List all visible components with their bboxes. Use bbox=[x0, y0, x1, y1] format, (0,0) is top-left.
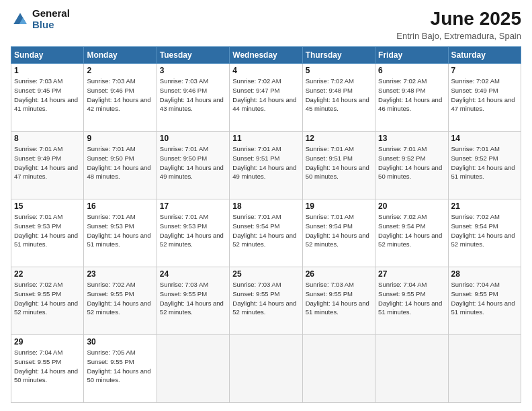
cell-info: Sunrise: 7:01 AMSunset: 9:53 PMDaylight:… bbox=[14, 212, 81, 249]
calendar-cell: 27Sunrise: 7:04 AMSunset: 9:55 PMDayligh… bbox=[375, 267, 448, 335]
calendar-table: Sunday Monday Tuesday Wednesday Thursday… bbox=[11, 46, 521, 403]
month-title: June 2025 bbox=[396, 8, 521, 30]
calendar-cell: 20Sunrise: 7:02 AMSunset: 9:54 PMDayligh… bbox=[375, 199, 448, 267]
cell-info: Sunrise: 7:01 AMSunset: 9:50 PMDaylight:… bbox=[160, 144, 226, 181]
cell-info: Sunrise: 7:01 AMSunset: 9:54 PMDaylight:… bbox=[232, 212, 299, 249]
cell-info: Sunrise: 7:02 AMSunset: 9:54 PMDaylight:… bbox=[378, 212, 445, 249]
calendar-cell: 26Sunrise: 7:03 AMSunset: 9:55 PMDayligh… bbox=[302, 267, 375, 335]
day-number: 18 bbox=[232, 201, 299, 211]
calendar-week-row: 1Sunrise: 7:03 AMSunset: 9:45 PMDaylight… bbox=[11, 64, 521, 132]
cell-info: Sunrise: 7:01 AMSunset: 9:53 PMDaylight:… bbox=[87, 212, 153, 249]
day-number: 15 bbox=[14, 201, 81, 211]
calendar-cell: 18Sunrise: 7:01 AMSunset: 9:54 PMDayligh… bbox=[230, 199, 302, 267]
calendar-cell bbox=[375, 335, 448, 403]
calendar-cell: 29Sunrise: 7:04 AMSunset: 9:55 PMDayligh… bbox=[11, 335, 84, 403]
logo-line1: General bbox=[32, 8, 70, 19]
day-number: 19 bbox=[306, 201, 372, 211]
calendar-cell: 9Sunrise: 7:01 AMSunset: 9:50 PMDaylight… bbox=[84, 132, 157, 199]
calendar-week-row: 15Sunrise: 7:01 AMSunset: 9:53 PMDayligh… bbox=[11, 199, 521, 267]
calendar-cell: 17Sunrise: 7:01 AMSunset: 9:53 PMDayligh… bbox=[157, 199, 229, 267]
calendar-cell: 10Sunrise: 7:01 AMSunset: 9:50 PMDayligh… bbox=[157, 132, 229, 199]
cell-info: Sunrise: 7:03 AMSunset: 9:55 PMDaylight:… bbox=[232, 280, 299, 317]
day-number: 4 bbox=[232, 66, 299, 75]
cell-info: Sunrise: 7:02 AMSunset: 9:54 PMDaylight:… bbox=[451, 212, 518, 249]
day-number: 5 bbox=[306, 66, 372, 75]
day-number: 29 bbox=[14, 337, 81, 347]
cell-info: Sunrise: 7:01 AMSunset: 9:50 PMDaylight:… bbox=[87, 144, 153, 181]
header-friday: Friday bbox=[375, 47, 448, 64]
calendar-cell: 11Sunrise: 7:01 AMSunset: 9:51 PMDayligh… bbox=[230, 132, 302, 199]
page: General Blue June 2025 Entrin Bajo, Extr… bbox=[0, 0, 532, 411]
calendar-cell: 14Sunrise: 7:01 AMSunset: 9:52 PMDayligh… bbox=[448, 132, 521, 199]
header-wednesday: Wednesday bbox=[230, 47, 302, 64]
header-thursday: Thursday bbox=[302, 47, 375, 64]
logo-icon bbox=[11, 10, 30, 29]
header-tuesday: Tuesday bbox=[157, 47, 229, 64]
cell-info: Sunrise: 7:01 AMSunset: 9:53 PMDaylight:… bbox=[160, 212, 226, 249]
day-number: 24 bbox=[160, 269, 226, 279]
day-number: 23 bbox=[87, 269, 153, 279]
day-number: 11 bbox=[232, 134, 299, 143]
header-monday: Monday bbox=[84, 47, 157, 64]
header: General Blue June 2025 Entrin Bajo, Extr… bbox=[11, 8, 521, 41]
calendar-cell: 23Sunrise: 7:02 AMSunset: 9:55 PMDayligh… bbox=[84, 267, 157, 335]
cell-info: Sunrise: 7:04 AMSunset: 9:55 PMDaylight:… bbox=[451, 280, 518, 317]
cell-info: Sunrise: 7:04 AMSunset: 9:55 PMDaylight:… bbox=[14, 348, 81, 385]
calendar-cell bbox=[157, 335, 229, 403]
calendar-week-row: 22Sunrise: 7:02 AMSunset: 9:55 PMDayligh… bbox=[11, 267, 521, 335]
cell-info: Sunrise: 7:01 AMSunset: 9:51 PMDaylight:… bbox=[306, 144, 372, 181]
cell-info: Sunrise: 7:03 AMSunset: 9:45 PMDaylight:… bbox=[14, 77, 81, 113]
day-number: 17 bbox=[160, 201, 226, 211]
day-number: 22 bbox=[14, 269, 81, 279]
cell-info: Sunrise: 7:03 AMSunset: 9:55 PMDaylight:… bbox=[160, 280, 226, 317]
day-number: 21 bbox=[451, 201, 518, 211]
calendar-cell: 1Sunrise: 7:03 AMSunset: 9:45 PMDaylight… bbox=[11, 64, 84, 132]
logo-line2: Blue bbox=[32, 19, 70, 31]
calendar-cell bbox=[448, 335, 521, 403]
day-number: 13 bbox=[378, 134, 445, 143]
day-number: 28 bbox=[451, 269, 518, 279]
day-number: 12 bbox=[306, 134, 372, 143]
day-number: 1 bbox=[14, 66, 81, 75]
day-number: 14 bbox=[451, 134, 518, 143]
calendar-cell: 12Sunrise: 7:01 AMSunset: 9:51 PMDayligh… bbox=[302, 132, 375, 199]
cell-info: Sunrise: 7:05 AMSunset: 9:55 PMDaylight:… bbox=[87, 348, 153, 385]
title-area: June 2025 Entrin Bajo, Extremadura, Spai… bbox=[396, 8, 521, 41]
cell-info: Sunrise: 7:02 AMSunset: 9:55 PMDaylight:… bbox=[14, 280, 81, 317]
day-number: 27 bbox=[378, 269, 445, 279]
calendar-cell: 5Sunrise: 7:02 AMSunset: 9:48 PMDaylight… bbox=[302, 64, 375, 132]
cell-info: Sunrise: 7:04 AMSunset: 9:55 PMDaylight:… bbox=[378, 280, 445, 317]
day-number: 3 bbox=[160, 66, 226, 75]
logo: General Blue bbox=[11, 8, 70, 30]
cell-info: Sunrise: 7:03 AMSunset: 9:55 PMDaylight:… bbox=[306, 280, 372, 317]
calendar-cell: 30Sunrise: 7:05 AMSunset: 9:55 PMDayligh… bbox=[84, 335, 157, 403]
day-number: 16 bbox=[87, 201, 153, 211]
day-number: 8 bbox=[14, 134, 81, 143]
calendar-cell: 22Sunrise: 7:02 AMSunset: 9:55 PMDayligh… bbox=[11, 267, 84, 335]
calendar-cell bbox=[302, 335, 375, 403]
day-number: 25 bbox=[232, 269, 299, 279]
calendar-cell bbox=[230, 335, 302, 403]
day-number: 26 bbox=[306, 269, 372, 279]
calendar-cell: 13Sunrise: 7:01 AMSunset: 9:52 PMDayligh… bbox=[375, 132, 448, 199]
calendar-cell: 16Sunrise: 7:01 AMSunset: 9:53 PMDayligh… bbox=[84, 199, 157, 267]
header-sunday: Sunday bbox=[11, 47, 84, 64]
calendar-cell: 4Sunrise: 7:02 AMSunset: 9:47 PMDaylight… bbox=[230, 64, 302, 132]
calendar-cell: 21Sunrise: 7:02 AMSunset: 9:54 PMDayligh… bbox=[448, 199, 521, 267]
calendar-cell: 19Sunrise: 7:01 AMSunset: 9:54 PMDayligh… bbox=[302, 199, 375, 267]
logo-text: General Blue bbox=[32, 8, 70, 30]
calendar-cell: 28Sunrise: 7:04 AMSunset: 9:55 PMDayligh… bbox=[448, 267, 521, 335]
day-number: 9 bbox=[87, 134, 153, 143]
day-number: 20 bbox=[378, 201, 445, 211]
calendar-week-row: 29Sunrise: 7:04 AMSunset: 9:55 PMDayligh… bbox=[11, 335, 521, 403]
cell-info: Sunrise: 7:02 AMSunset: 9:49 PMDaylight:… bbox=[451, 77, 518, 113]
cell-info: Sunrise: 7:03 AMSunset: 9:46 PMDaylight:… bbox=[87, 77, 153, 113]
cell-info: Sunrise: 7:02 AMSunset: 9:47 PMDaylight:… bbox=[232, 77, 299, 113]
day-number: 30 bbox=[87, 337, 153, 347]
calendar-cell: 24Sunrise: 7:03 AMSunset: 9:55 PMDayligh… bbox=[157, 267, 229, 335]
calendar-cell: 6Sunrise: 7:02 AMSunset: 9:48 PMDaylight… bbox=[375, 64, 448, 132]
cell-info: Sunrise: 7:01 AMSunset: 9:52 PMDaylight:… bbox=[378, 144, 445, 181]
header-saturday: Saturday bbox=[448, 47, 521, 64]
cell-info: Sunrise: 7:01 AMSunset: 9:49 PMDaylight:… bbox=[14, 144, 81, 181]
cell-info: Sunrise: 7:01 AMSunset: 9:52 PMDaylight:… bbox=[451, 144, 518, 181]
